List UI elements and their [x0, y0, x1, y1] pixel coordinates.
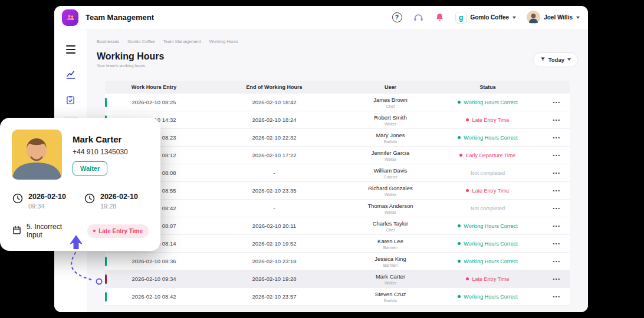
- end-cell: 2026-02-10 18:24: [199, 117, 349, 123]
- notifications-bell-icon[interactable]: [435, 12, 445, 22]
- more-icon: •••: [553, 276, 561, 281]
- entry-time: 09:34: [28, 203, 66, 210]
- entry-cell: 2026-02-10 09:34: [109, 276, 199, 282]
- row-actions-button[interactable]: •••: [544, 153, 570, 158]
- table-row[interactable]: 2026-02-10 08:42 - Thomas Anderson Waite…: [105, 200, 570, 217]
- row-accent-bar: [105, 274, 107, 284]
- status-cell: Not completed: [432, 206, 544, 211]
- header-work-hours-entry: Work Hours Entry: [109, 84, 199, 90]
- row-actions-button[interactable]: •••: [544, 259, 570, 264]
- more-icon: •••: [553, 259, 561, 264]
- table-row[interactable]: 2026-02-10 08:25 2026-02-10 18:42 James …: [105, 94, 570, 111]
- clipboard-icon: [65, 95, 75, 107]
- row-actions-button[interactable]: •••: [544, 276, 570, 281]
- entry-cell: 2026-02-10 08:36: [109, 258, 199, 264]
- status-badge: Late Entry Time: [466, 276, 509, 282]
- end-time: 19:28: [100, 203, 138, 210]
- title-row: Working Hours Your team's working hours …: [97, 51, 578, 68]
- user-role: Waiter: [385, 157, 396, 161]
- user-name: Charles Taylor: [373, 220, 409, 227]
- breadcrumb-item-businesses[interactable]: Businesses: [97, 39, 119, 44]
- row-actions-button[interactable]: •••: [544, 188, 570, 193]
- incident-label: 5. Incorrect Input: [27, 223, 79, 239]
- help-icon[interactable]: ?: [392, 12, 402, 22]
- business-switcher[interactable]: g Gomlo Coffee: [455, 12, 517, 24]
- row-actions-button[interactable]: •••: [544, 206, 570, 211]
- table-row[interactable]: 2026-02-10 08:23 2026-02-10 22:32 Mary J…: [105, 129, 570, 147]
- user-name: Mark Carter: [376, 273, 405, 280]
- header-status: Status: [432, 84, 544, 90]
- header-end-of-working-hours: End of Working Hours: [199, 84, 349, 90]
- status-cell: Early Departure Time: [432, 153, 544, 158]
- user-role: Barmen: [383, 263, 398, 267]
- row-accent-bar: [105, 98, 107, 107]
- topbar-actions: ? g Gomlo Coffee: [392, 11, 580, 24]
- row-actions-button[interactable]: •••: [544, 135, 570, 140]
- more-icon: •••: [553, 135, 561, 140]
- table-row[interactable]: 2026-02-10 08:07 2026-02-10 20:11 Charle…: [105, 217, 570, 235]
- breadcrumb-item-working-hours[interactable]: Working Hours: [209, 39, 238, 44]
- status-badge: Not completed: [471, 170, 505, 176]
- user-name: Jennifer Garcia: [372, 150, 409, 156]
- user-menu[interactable]: Joel Willis: [527, 11, 580, 24]
- user-name: Joel Willis: [544, 14, 573, 21]
- row-accent-bar: [105, 292, 107, 302]
- table-row[interactable]: 2026-02-10 08:36 2026-02-10 23:18 Jessic…: [105, 253, 570, 270]
- business-logo-icon: g: [455, 12, 467, 24]
- status-cell: Late Entry Time: [432, 276, 544, 282]
- status-cell: Working Hours Correct: [432, 259, 544, 264]
- row-actions-button[interactable]: •••: [544, 241, 570, 246]
- support-headset-icon[interactable]: [413, 12, 424, 23]
- table-row[interactable]: 2026-02-10 14:32 2026-02-10 18:24 Robert…: [105, 111, 570, 129]
- table-row[interactable]: 2026-02-10 08:42 2026-02-10 23:57 Steven…: [105, 288, 570, 306]
- user-cell: James Brown Chef: [349, 97, 432, 108]
- status-cell: Working Hours Correct: [432, 223, 544, 229]
- row-actions-button[interactable]: •••: [544, 294, 570, 299]
- user-role: Chef: [386, 104, 395, 108]
- user-cell: Jessica King Barmen: [349, 256, 432, 267]
- user-cell: Charles Taylor Chef: [349, 220, 432, 232]
- breadcrumb-item-business[interactable]: Gomlo Coffee: [127, 39, 155, 44]
- business-name: Gomlo Coffee: [471, 14, 510, 21]
- app-title: Team Management: [86, 13, 154, 22]
- table-row[interactable]: 2026-02-10 09:34 2026-02-10 19:28 Mark C…: [105, 270, 570, 288]
- more-icon: •••: [553, 241, 561, 246]
- user-role: Waiter: [385, 122, 396, 126]
- table-row[interactable]: 2026-02-10 08:12 2026-02-10 17:22 Jennif…: [105, 147, 570, 164]
- date-filter-button[interactable]: Today: [533, 52, 578, 67]
- end-cell: 2026-02-10 18:42: [199, 99, 349, 105]
- header-user: User: [349, 84, 432, 90]
- status-cell: Working Hours Correct: [432, 100, 544, 105]
- user-cell: Karen Lee Barmen: [349, 238, 432, 250]
- entry-cell: 2026-02-10 08:42: [109, 293, 199, 300]
- status-badge: Working Hours Correct: [458, 294, 517, 300]
- row-actions-button[interactable]: •••: [544, 223, 570, 228]
- row-actions-button[interactable]: •••: [544, 170, 570, 175]
- status-badge: Late Entry Time: [466, 117, 509, 123]
- user-cell: Jennifer Garcia Waiter: [349, 150, 432, 161]
- user-name: William Davis: [374, 167, 408, 174]
- user-name: Richard Gonzales: [368, 185, 413, 191]
- hamburger-icon: [66, 45, 75, 55]
- table-row[interactable]: 2026-02-10 08:14 2026-02-10 19:52 Karen …: [105, 235, 570, 253]
- row-actions-button[interactable]: •••: [544, 117, 570, 122]
- clock-icon: [84, 193, 96, 207]
- end-cell: -: [199, 205, 349, 211]
- page-title: Working Hours: [97, 51, 164, 62]
- status-cell: Late Entry Time: [432, 117, 544, 123]
- table-row[interactable]: 2026-02-10 08:08 - William Davis Courier…: [105, 164, 570, 182]
- user-role: Barista: [384, 140, 397, 144]
- sidebar-item-analytics[interactable]: [62, 67, 80, 84]
- status-cell: Not completed: [432, 170, 544, 176]
- user-name: Mary Jones: [376, 132, 405, 138]
- status-badge: Working Hours Correct: [458, 135, 517, 141]
- sidebar-item-tasks[interactable]: [62, 92, 80, 110]
- table-header: Work Hours Entry End of Working Hours Us…: [105, 81, 570, 94]
- user-cell: Mary Jones Barista: [349, 132, 432, 144]
- breadcrumb-item-team-management[interactable]: Team Management: [163, 39, 201, 44]
- menu-toggle-button[interactable]: [62, 41, 80, 59]
- user-role: Chef: [386, 228, 395, 232]
- table-row[interactable]: 2026-02-10 08:55 2026-02-10 23:35 Richar…: [105, 182, 570, 200]
- row-actions-button[interactable]: •••: [544, 100, 570, 105]
- entry-cell: 2026-02-10 08:25: [109, 99, 199, 105]
